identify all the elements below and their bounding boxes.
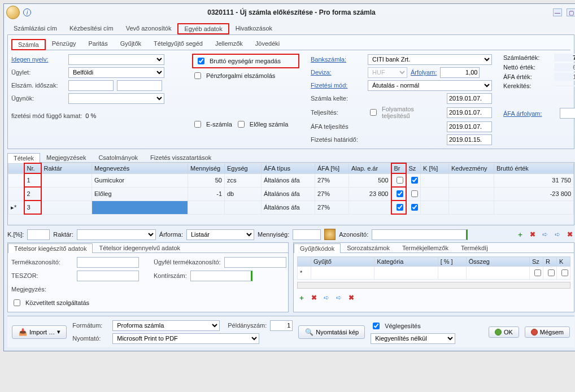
delete-all-icon[interactable]: ✖ bbox=[565, 230, 574, 239]
br-checkbox[interactable] bbox=[397, 177, 403, 184]
k-checkbox[interactable] bbox=[561, 269, 568, 276]
gyujtokodok-tab[interactable]: Gyűjtőkódok bbox=[294, 243, 341, 253]
eszamla-checkbox[interactable] bbox=[194, 121, 201, 128]
subtab-jovedeki[interactable]: Jövedéki bbox=[249, 38, 286, 50]
subtab-penzugy[interactable]: Pénzügy bbox=[46, 38, 82, 50]
sorozatszamok-tab[interactable]: Sorozatszámok bbox=[341, 243, 396, 252]
ugyfel-termekazon-input[interactable] bbox=[224, 257, 286, 268]
col-osszeg[interactable]: Összeg bbox=[466, 257, 529, 267]
nyomtatasi-kep-button[interactable]: 🔍 Nyomtatási kép bbox=[298, 325, 365, 339]
mennyiseg-input[interactable] bbox=[293, 229, 321, 240]
minimize-icon[interactable]: — bbox=[553, 8, 562, 16]
afa-arfolyam-label[interactable]: ÁFA árfolyam: bbox=[503, 110, 542, 117]
tab-egyeb-adatok[interactable]: Egyéb adatok bbox=[177, 23, 229, 34]
teljesites-input[interactable] bbox=[447, 107, 492, 118]
azonosito-input[interactable] bbox=[372, 229, 468, 240]
szamla-kelte-input[interactable] bbox=[447, 93, 492, 104]
subtab-paritas[interactable]: Paritás bbox=[82, 38, 114, 50]
add-line-icon[interactable]: ＋ bbox=[516, 230, 525, 239]
horizontal-scrollbar[interactable] bbox=[297, 282, 570, 289]
br-checkbox[interactable] bbox=[397, 204, 403, 211]
termekjellemzok-tab[interactable]: Termékjellemzők bbox=[396, 243, 455, 252]
idegen-nyelv-select[interactable] bbox=[68, 54, 164, 65]
nyomtato-select[interactable]: Microsoft Print to PDF bbox=[112, 333, 259, 344]
fizetes-visszatartasok-tab[interactable]: Fizetés visszatartások bbox=[144, 153, 217, 162]
tab-szamlazasi-cim[interactable]: Számlázási cím bbox=[7, 23, 63, 34]
gyujto-delete-all-icon[interactable]: ✖ bbox=[347, 293, 356, 302]
col-sz[interactable]: Sz bbox=[406, 163, 421, 173]
cancel-button[interactable]: Mégsem bbox=[525, 326, 570, 338]
gyujto-add-icon[interactable]: ＋ bbox=[297, 293, 306, 302]
sz2-checkbox[interactable] bbox=[534, 269, 541, 276]
deviza-label[interactable]: Deviza: bbox=[311, 69, 364, 76]
megjegyzesek-tab[interactable]: Megjegyzések bbox=[40, 153, 92, 162]
subtab-szamla[interactable]: Számla bbox=[11, 39, 46, 50]
subtab-jellemzok[interactable]: Jellemzők bbox=[209, 38, 249, 50]
kiegyenlites-select[interactable]: Kiegyenlítés nélkül bbox=[371, 333, 455, 344]
col-kedvezmeny[interactable]: Kedvezmény bbox=[449, 163, 494, 173]
eloleg-checkbox[interactable] bbox=[238, 121, 245, 128]
col-raktar[interactable]: Raktár bbox=[41, 163, 92, 173]
fizetesi-mod-select[interactable]: Átutalás - normál bbox=[368, 80, 492, 91]
table-row[interactable]: ▸*3Általános áfa27% bbox=[8, 201, 574, 214]
subtab-tetelgyujto-seged[interactable]: Tételgyűjtő segéd bbox=[147, 38, 209, 50]
raktar-select[interactable] bbox=[77, 229, 156, 240]
ok-button[interactable]: OK bbox=[489, 326, 519, 338]
afa-teljesites-input[interactable] bbox=[447, 121, 492, 132]
gyujtokodok-table[interactable]: Gyűjtő Kategória [ % ] Összeg Sz R K * bbox=[297, 256, 570, 280]
col-alap-ear[interactable]: Alap. e.ár bbox=[349, 163, 391, 173]
formatum-select[interactable]: Proforma számla bbox=[112, 320, 220, 331]
sz-checkbox[interactable] bbox=[411, 177, 418, 184]
br-checkbox[interactable] bbox=[397, 190, 403, 197]
fizetesi-hatarido-input[interactable] bbox=[447, 134, 492, 145]
duplicate-line-icon[interactable]: ➪ bbox=[553, 230, 562, 239]
col-pct[interactable]: [ % ] bbox=[438, 257, 466, 267]
col-nr[interactable]: Nr. bbox=[24, 163, 41, 173]
gyujto-export-icon[interactable]: ➪ bbox=[322, 293, 331, 302]
col-gyujto[interactable]: Gyűjtő bbox=[311, 257, 374, 267]
col-afa-pct[interactable]: ÁFA [%] bbox=[315, 163, 349, 173]
col-afa-tipus[interactable]: ÁFA típus bbox=[262, 163, 315, 173]
subtab-gyujtok[interactable]: Gyűjtők bbox=[114, 38, 147, 50]
tetelek-tab[interactable]: Tételek bbox=[7, 153, 40, 163]
sz-checkbox[interactable] bbox=[411, 204, 418, 211]
col-r[interactable]: R bbox=[543, 257, 557, 267]
import-button[interactable]: 📥 Import … ▾ bbox=[12, 325, 67, 339]
deviza-select[interactable]: HUF bbox=[368, 67, 407, 78]
col-megnevezes[interactable]: Megnevezés bbox=[92, 163, 188, 173]
kpct-input[interactable] bbox=[27, 229, 50, 240]
table-row[interactable]: 2Előleg-1dbÁltalános áfa27%23 800-23 800 bbox=[8, 187, 574, 201]
tetelsor-idegen-tab[interactable]: Tételsor idegennyelvű adatok bbox=[93, 243, 186, 252]
peldanyszam-input[interactable] bbox=[270, 320, 293, 331]
table-row[interactable]: * bbox=[298, 267, 570, 280]
col-egyseg[interactable]: Egység bbox=[225, 163, 262, 173]
tab-hivatkozasok[interactable]: Hivatkozások bbox=[229, 23, 278, 34]
veglegesites-checkbox[interactable] bbox=[373, 323, 380, 329]
product-box-icon[interactable] bbox=[324, 229, 336, 240]
folyamatos-teljesites-checkbox[interactable] bbox=[370, 109, 377, 116]
termekdij-tab[interactable]: Termékdíj bbox=[455, 243, 494, 252]
col-k-pct[interactable]: K [%] bbox=[421, 163, 449, 173]
idegen-nyelv-label[interactable]: Idegen nyelv: bbox=[11, 56, 65, 63]
bankszamla-select[interactable]: CITI bank Zrt. bbox=[368, 54, 492, 65]
brutto-egysegar-checkbox[interactable] bbox=[198, 58, 204, 64]
bankszamla-label[interactable]: Bankszámla: bbox=[311, 56, 364, 63]
fizetesi-mod-label[interactable]: Fizetési mód: bbox=[311, 82, 364, 89]
tetelsor-kieg-tab[interactable]: Tételsor kiegészítő adatok bbox=[8, 243, 93, 253]
ugylet-select[interactable]: Belföldi bbox=[68, 67, 164, 78]
elszam-idoszak-to[interactable] bbox=[117, 80, 162, 91]
col-kategoria[interactable]: Kategória bbox=[374, 257, 438, 267]
tab-vevo-azonositok[interactable]: Vevő azonosítók bbox=[120, 23, 178, 34]
col-k[interactable]: K bbox=[557, 257, 570, 267]
col-brutto-ertek[interactable]: Bruttó érték bbox=[494, 163, 574, 173]
ugynok-select[interactable] bbox=[68, 93, 164, 104]
penzforgalmi-checkbox[interactable] bbox=[194, 72, 201, 79]
termekazonosito-input[interactable] bbox=[77, 257, 139, 268]
remove-line-icon[interactable]: ✖ bbox=[528, 230, 537, 239]
arforma-select[interactable]: Listaár bbox=[186, 229, 254, 240]
kontirszam-input[interactable] bbox=[190, 271, 252, 281]
arfolyam-input[interactable] bbox=[440, 67, 480, 78]
gyujto-dup-icon[interactable]: ➪ bbox=[334, 293, 343, 302]
sz-checkbox[interactable] bbox=[411, 190, 418, 197]
export-line-icon[interactable]: ➪ bbox=[541, 230, 550, 239]
